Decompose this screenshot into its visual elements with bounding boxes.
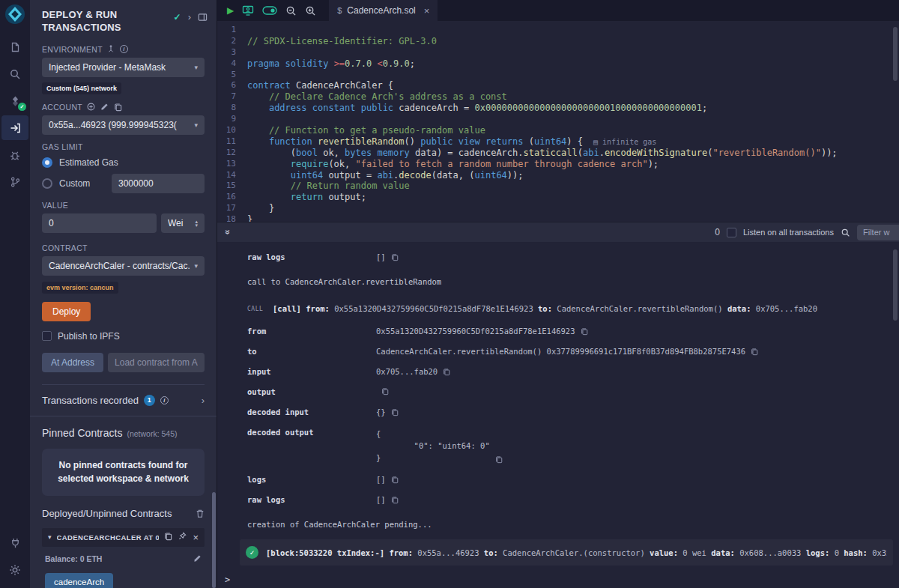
editor-toolbar: ▶ $ CadenceArch.sol ×	[217, 0, 899, 21]
terminal-call-summary: call[call] from: 0x55a1320D432759960C5Df…	[247, 297, 899, 321]
search-icon[interactable]	[1, 61, 28, 86]
code-line: 6contract CadenceArchCaler {	[217, 80, 899, 91]
check-icon: ✓	[174, 12, 181, 22]
sign-message-icon[interactable]	[100, 103, 109, 111]
pin-contract-icon[interactable]	[178, 532, 187, 542]
copy-icon[interactable]	[391, 476, 399, 484]
chevron-right-icon[interactable]: ›	[188, 11, 191, 22]
evm-version-badge: evm version: cancun	[42, 282, 118, 294]
terminal-row-output: output	[247, 381, 899, 401]
copy-address-icon[interactable]	[164, 532, 172, 543]
success-check-icon: ✓	[246, 546, 258, 559]
deployed-contracts-title: Deployed/Unpinned Contracts	[42, 508, 172, 519]
estimated-gas-label: Estimated Gas	[59, 157, 118, 168]
copy-icon[interactable]	[751, 348, 758, 356]
panel-title: DEPLOY & RUN TRANSACTIONS	[42, 9, 154, 34]
debugger-icon[interactable]	[1, 142, 28, 167]
value-input[interactable]	[42, 213, 157, 233]
terminal-row-raw-logs: raw logs[]	[247, 246, 899, 267]
code-editor[interactable]: 12// SPDX-License-Identifier: GPL-3.034p…	[217, 21, 899, 222]
gas-estimate-hint: ▤ infinite gas	[593, 138, 656, 146]
at-address-button[interactable]: At Address	[42, 353, 103, 372]
account-value: 0x55a...46923 (999.999945323(	[49, 120, 190, 130]
remove-contract-icon[interactable]: ×	[193, 532, 199, 543]
terminal-text: creation of CadenceArchCaler pending...	[247, 520, 899, 529]
copy-account-icon[interactable]	[114, 103, 122, 112]
environment-value: Injected Provider - MetaMask	[49, 62, 190, 73]
terminal-row-input: input0x705...fab20	[247, 361, 899, 381]
pin-panel-icon[interactable]	[198, 13, 208, 22]
contract-select[interactable]: CadenceArchCaler - contracts/Cac... ▾	[42, 256, 205, 276]
copy-icon[interactable]	[581, 327, 588, 336]
chevron-right-icon[interactable]: ›	[202, 395, 205, 406]
collapse-terminal-icon[interactable]: «	[222, 230, 232, 235]
zoom-out-icon[interactable]	[285, 5, 297, 16]
value-unit-select[interactable]: Wei ▴▾	[161, 213, 205, 233]
environment-select[interactable]: Injected Provider - MetaMask ▾	[42, 58, 205, 77]
contract-card-header[interactable]: ▾ CADENCEARCHCALER AT 0) ×	[42, 528, 205, 547]
compile-success-badge: ✓	[18, 103, 26, 111]
caret-updown-icon: ▴▾	[195, 219, 198, 227]
copy-icon[interactable]	[391, 253, 399, 261]
tab-close-icon[interactable]: ×	[424, 5, 430, 16]
terminal-scrollbar[interactable]	[893, 249, 898, 321]
main-area: ▶ $ CadenceArch.sol × 12// SPDX-License-…	[217, 0, 899, 588]
settings-icon[interactable]	[1, 557, 28, 582]
add-account-icon[interactable]	[87, 103, 95, 111]
trash-icon[interactable]	[196, 509, 205, 518]
solidity-compiler-icon[interactable]: ✓	[1, 88, 28, 113]
terminal-row-raw-logs: raw logs[]	[247, 489, 899, 509]
copy-icon[interactable]	[443, 368, 450, 376]
terminal-row-to: toCadenceArchCaler.revertibleRandom() 0x…	[247, 341, 899, 361]
deploy-run-panel: DEPLOY & RUN TRANSACTIONS ✓ › ENVIRONMEN…	[30, 0, 217, 588]
plugin-manager-icon[interactable]	[1, 530, 28, 555]
code-line: 13 require(ok, "failed to fetch a random…	[217, 159, 899, 170]
terminal[interactable]: raw logs[]call to CadenceArchCaler.rever…	[217, 242, 899, 588]
terminal-prompt[interactable]: >	[225, 575, 899, 585]
info-icon[interactable]: i	[120, 45, 128, 53]
terminal-search-icon[interactable]	[841, 228, 850, 237]
info-icon[interactable]: i	[160, 396, 169, 404]
copy-icon[interactable]	[391, 496, 399, 504]
code-line: 17 }	[217, 203, 899, 214]
account-label: ACCOUNT	[42, 103, 82, 112]
account-select[interactable]: 0x55a...46923 (999.999945323( ▾	[42, 115, 205, 135]
terminal-filter-input[interactable]	[857, 225, 899, 240]
run-script-icon[interactable]: ▶	[227, 5, 234, 16]
terminal-block-confirm: ✓[block:5033220 txIndex:-] from: 0x55a..…	[240, 539, 893, 566]
copy-icon[interactable]	[381, 387, 389, 395]
deploy-run-icon[interactable]	[1, 115, 28, 140]
listen-checkbox[interactable]	[727, 228, 736, 237]
code-line: 7 // Declare Cadence Arch's address as a…	[217, 91, 899, 103]
caret-down-icon: ▾	[194, 121, 198, 129]
file-explorer-icon[interactable]	[1, 34, 28, 59]
deploy-button[interactable]: Deploy	[42, 302, 91, 321]
fork-state-icon[interactable]	[107, 45, 115, 53]
copy-icon[interactable]	[495, 455, 503, 464]
function-button-cadencearch[interactable]: cadenceArch	[45, 573, 113, 588]
code-line: 10 // Function to get a pseudo-random va…	[217, 125, 899, 136]
assistant-icon[interactable]	[242, 5, 254, 16]
custom-gas-radio[interactable]	[42, 178, 52, 189]
at-address-input[interactable]	[108, 353, 205, 372]
caret-down-icon: ▾	[194, 64, 198, 71]
terminal-row-logs: logs[]	[247, 469, 899, 489]
chevron-down-icon[interactable]: ▾	[48, 533, 52, 541]
edit-balance-icon[interactable]	[193, 554, 202, 563]
transactions-recorded-label: Transactions recorded	[42, 395, 139, 406]
terminal-toolbar: « 0 Listen on all transactions	[217, 222, 899, 242]
terminal-text: call to CadenceArchCaler.revertibleRando…	[247, 277, 899, 286]
panel-scrollbar[interactable]	[212, 492, 216, 588]
copy-icon[interactable]	[391, 408, 399, 416]
git-icon[interactable]	[1, 169, 28, 194]
custom-gas-input[interactable]	[112, 174, 205, 193]
remix-logo-icon[interactable]	[4, 4, 25, 25]
zoom-in-icon[interactable]	[305, 5, 316, 16]
editor-scrollbar[interactable]	[893, 27, 898, 81]
tab-cadencearch-sol[interactable]: $ CadenceArch.sol ×	[329, 0, 438, 21]
pinned-contracts-title: Pinned Contracts	[42, 427, 122, 439]
toggle-icon[interactable]	[262, 6, 277, 15]
publish-ipfs-checkbox[interactable]	[42, 331, 52, 341]
code-line: 2// SPDX-License-Identifier: GPL-3.0	[217, 36, 899, 47]
estimated-gas-radio[interactable]	[42, 157, 52, 168]
